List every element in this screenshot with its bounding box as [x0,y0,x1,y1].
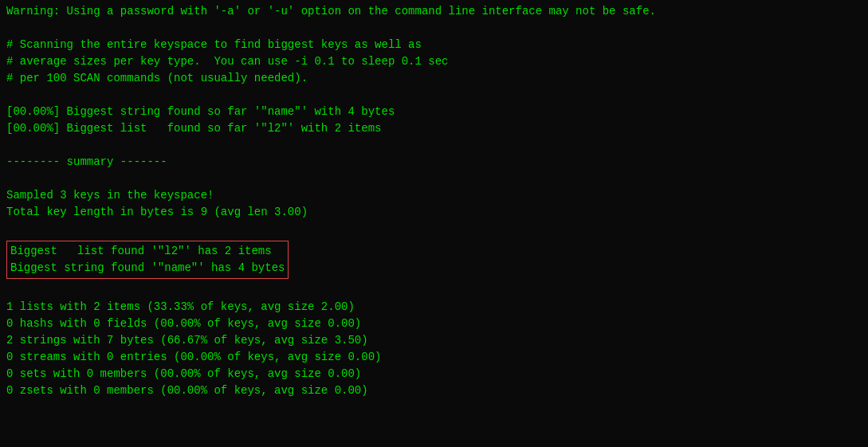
warning-line: Warning: Using a password with '-a' or '… [6,3,862,20]
comment-line-2: # average sizes per key type. You can us… [6,53,862,70]
comment-line-1: # Scanning the entire keyspace to find b… [6,37,862,53]
stat-line-3: 2 strings with 7 bytes (66.67% of keys, … [6,332,862,349]
stat-line-1: 1 lists with 2 items (33.33% of keys, av… [6,299,862,316]
stat-line-6: 0 zsets with 0 members (00.00% of keys, … [6,382,862,399]
sampled-line: Sampled 3 keys in the keyspace! [6,187,862,204]
divider-line: -------- summary ------- [6,154,862,171]
box-line-2: Biggest string found '"name"' has 4 byte… [10,260,285,276]
blank-line-5 [6,221,862,237]
box-line-1: Biggest list found '"l2"' has 2 items [10,243,285,260]
comment-line-3: # per 100 SCAN commands (not usually nee… [6,70,862,87]
blank-line-2 [6,87,862,104]
scan-line-2: [00.00%] Biggest list found so far '"l2"… [6,120,862,137]
summary-box: Biggest list found '"l2"' has 2 items Bi… [6,241,289,279]
scan-line-1: [00.00%] Biggest string found so far '"n… [6,104,862,120]
stat-line-4: 0 streams with 0 entries (00.00% of keys… [6,349,862,366]
blank-line-1 [6,20,862,37]
blank-line-4 [6,171,862,187]
terminal: Warning: Using a password with '-a' or '… [0,0,868,447]
blank-line-6 [6,282,862,299]
stat-line-5: 0 sets with 0 members (00.00% of keys, a… [6,366,862,382]
blank-line-3 [6,137,862,154]
stat-line-2: 0 hashs with 0 fields (00.00% of keys, a… [6,316,862,332]
total-line: Total key length in bytes is 9 (avg len … [6,204,862,221]
